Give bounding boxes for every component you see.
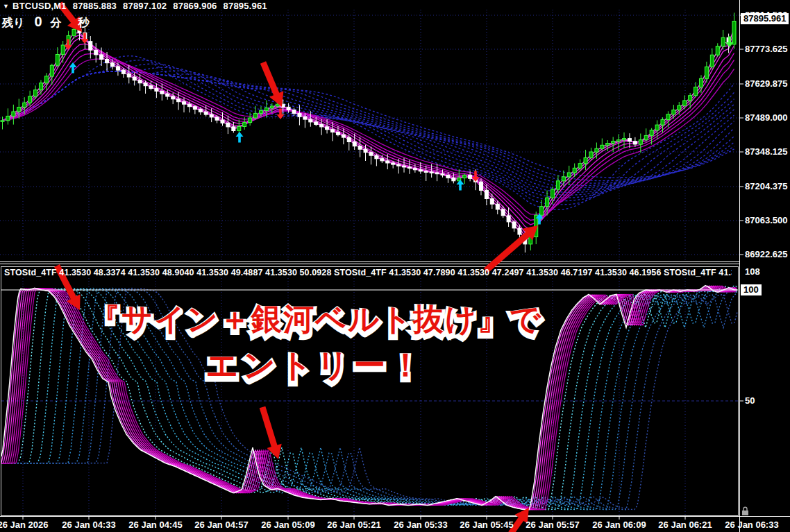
candle-body [264,108,268,111]
candle-body [507,216,510,222]
candle-body [546,198,549,207]
candle-body [61,45,65,55]
price-scale[interactable]: 87914.50087773.62587629.87587489.0008734… [740,0,790,532]
candle-body [380,159,384,161]
buy-signal-arrow [457,180,464,191]
timer-minutes: 0 [34,14,42,29]
candle-body [386,161,389,163]
candle-body [94,50,98,55]
indicator-current-box: 100 [741,284,762,295]
candle-body [721,37,725,46]
candle-body [50,65,53,76]
time-axis-label: 26 Jan 04:33 [56,520,122,530]
candle-body [628,139,631,141]
candle-body [44,76,48,83]
candle-body [89,42,92,50]
candle-body [623,139,626,140]
candle-body [639,140,642,144]
candle-body [166,94,169,96]
candle-body [446,175,450,178]
candle-body [573,168,576,173]
candle-body [221,120,224,123]
chart-frame [0,0,790,532]
candle-body [303,117,307,119]
candle-body [210,114,213,117]
candle-body [496,204,499,209]
candle-body [644,135,648,139]
time-axis-label: 26 Jan 05:57 [519,520,586,530]
candle-body [375,155,378,159]
candle-body [358,146,362,150]
candle-body [106,60,109,63]
main-chart-plot[interactable] [1,12,736,252]
candle-body [716,46,719,55]
candle-body [309,119,312,122]
time-axis-label: 26 Jan 05:21 [321,520,387,530]
candle-body [56,55,59,66]
candle-body [612,141,615,144]
galaxy-belt-line [3,71,734,183]
candle-body [369,153,373,156]
time-axis-label: 26 Jan 05:45 [453,520,520,530]
annotation-text-1: 『サイン＋銀河ベルト抜け』で [90,302,542,336]
candle-body [127,74,131,77]
candle-body [578,164,582,169]
candle-body [364,149,367,153]
chart-dropdown-icon[interactable]: ▼ [3,3,9,10]
candle-body [512,222,516,228]
candle-body [710,55,714,67]
candle-body [177,99,180,102]
candle-body [683,101,687,105]
annotation-text-2: エントリー！ [206,347,426,383]
candle-body [133,77,136,80]
annotation-line2: エントリー！ [49,344,583,387]
candle-timer: 残り0分秒 [2,14,90,31]
candle-body [171,96,175,99]
candle-body [633,141,637,144]
candle-body [672,110,675,114]
price-axis-label: 87489.000 [745,112,787,123]
candle-body [413,169,417,170]
candle-body [336,132,339,135]
annotation-line1: 『サイン＋銀河ベルト抜け』で [49,299,583,340]
candle-body [661,119,664,125]
candle-body [287,107,290,110]
candle-body [100,55,103,60]
candle-body [292,110,296,114]
candle-body [540,207,544,216]
time-axis-label: 26 Jan 06:33 [718,520,785,530]
candle-body [551,189,555,198]
candle-body [199,110,202,112]
candle-body [111,63,115,67]
candle-body [595,148,598,152]
galaxy-belt-line [3,71,734,186]
candle-body [160,91,164,94]
timer-prefix: 残り [2,17,24,28]
galaxy-belt-line [3,60,734,205]
chart-canvas[interactable] [0,0,790,532]
indicator-top-label: 108 [745,266,760,277]
candle-body [600,145,604,148]
candle-body [469,175,472,178]
candle-body [320,124,323,127]
price-axis-label: 87773.625 [745,44,787,54]
candle-body [479,182,482,190]
candle-body [249,118,252,123]
open-value: 87885.883 [73,1,117,11]
current-price-box: 87895.961 [741,13,789,24]
candle-body [342,135,345,137]
candle-body [699,78,703,87]
candle-body [606,144,610,146]
candle-body [705,67,708,78]
candle-body [463,175,467,178]
candle-body [562,177,565,181]
candle-body [655,125,659,130]
symbol-timeframe: BTCUSD,M1 [12,1,67,11]
candle-body [144,83,147,86]
candle-body [353,141,356,146]
price-axis-label: 87063.500 [745,215,787,225]
red-arrow[interactable] [263,62,283,107]
candle-body [187,104,191,107]
candle-body [435,173,439,174]
chart-title: ▼BTCUSD,M187885.88387897.10287869.906878… [3,1,267,11]
